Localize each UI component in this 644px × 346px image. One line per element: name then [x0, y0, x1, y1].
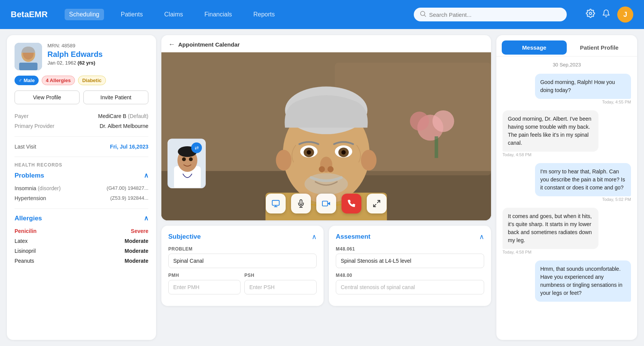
nav-scheduling[interactable]: Scheduling [65, 9, 104, 20]
problem-hypertension: Hypertension (Z53.9) 192844... [15, 193, 148, 203]
assessment-code2-field: M48.00 [336, 273, 484, 299]
svg-point-35 [189, 157, 193, 161]
divider-2 [15, 157, 148, 157]
pip-switch-button[interactable]: ⇄ [191, 142, 202, 153]
nav-reports[interactable]: Reports [249, 9, 279, 20]
payer-value: MediCare B (Default) [98, 113, 149, 119]
video-controls [266, 194, 387, 213]
problem-input[interactable] [168, 254, 317, 268]
fullscreen-button[interactable] [367, 194, 387, 213]
back-bar[interactable]: ← Appointment Calendar [161, 35, 491, 52]
message-2-container: Good morning, Dr. Albert. I've been havi… [503, 110, 616, 159]
nav-claims[interactable]: Claims [160, 9, 188, 20]
tab-patient-profile[interactable]: Patient Profile [567, 40, 632, 56]
chat-messages: Good morning, Ralph! How you doing today… [496, 71, 637, 340]
problem-insomnia: Insomnia (disorder) (G47.00) 194827... [15, 183, 148, 193]
patient-header: MRN: 48589 Ralph Edwards Jan 02, 1962 (6… [15, 43, 148, 70]
divider-3 [15, 209, 148, 209]
allergy-lisinopril: Lisinopril Moderate [15, 246, 148, 256]
invite-patient-button[interactable]: Invite Patient [83, 91, 148, 104]
subjective-header: Subjective ∧ [168, 233, 317, 241]
code1-input[interactable] [336, 254, 484, 268]
search-input[interactable] [429, 11, 561, 18]
problem-label: Problem [168, 246, 317, 252]
message-5-container: Hmm, that sounds uncomfortable. Have you… [518, 260, 631, 302]
allergy-latex: Latex Moderate [15, 236, 148, 246]
svg-point-2 [589, 12, 592, 15]
svg-point-24 [307, 150, 311, 154]
svg-line-44 [374, 204, 376, 207]
allergy-name-peanuts: Peanuts [15, 258, 34, 264]
nav-patients[interactable]: Patients [116, 9, 148, 20]
allergies-list: Penicilin Severe Latex Moderate Lisinopr… [15, 226, 148, 266]
patient-avatar-image [15, 43, 42, 70]
video-card: ← Appointment Calendar [161, 35, 491, 220]
svg-point-25 [342, 150, 346, 154]
patient-dob: Jan 02, 1962 (62 yrs) [47, 60, 148, 66]
health-records-header: HEALTH RECORDS [15, 162, 148, 168]
last-visit-value: Fri, Jul 16,2023 [110, 144, 148, 150]
message-4: It comes and goes, but when it hits, it'… [503, 208, 598, 249]
tab-message[interactable]: Message [502, 40, 567, 55]
last-visit-label: Last Visit [15, 144, 36, 150]
video-container: ⇄ [161, 52, 491, 220]
mute-button[interactable] [291, 194, 311, 213]
pmh-psh-row: PMH PSH [168, 273, 317, 299]
pip-video: ⇄ [168, 139, 206, 188]
patient-badges: ♂ Male 4 Allergies Diabetic [15, 76, 148, 85]
gender-icon: ♂ [18, 78, 22, 83]
center-panel: ← Appointment Calendar [161, 35, 491, 340]
message-1-container: Good morning, Ralph! How you doing today… [518, 74, 631, 107]
soap-row: Subjective ∧ Problem PMH PSH [161, 226, 491, 306]
pmh-input[interactable] [168, 280, 241, 294]
svg-marker-41 [328, 202, 330, 205]
end-call-button[interactable] [342, 194, 361, 213]
svg-point-34 [182, 157, 186, 161]
last-visit-row: Last Visit Fri, Jul 16,2023 [15, 142, 148, 151]
message-2-time: Today, 4:58 PM [503, 152, 532, 159]
nav-financials[interactable]: Financials [200, 9, 236, 20]
patient-info: MRN: 48589 Ralph Edwards Jan 02, 1962 (6… [47, 43, 148, 66]
problems-title: Problems [15, 172, 44, 179]
allergy-severity-latex: Moderate [125, 238, 148, 244]
pmh-field: PMH [168, 273, 241, 299]
search-bar [414, 8, 567, 21]
code2-input[interactable] [336, 280, 484, 294]
patient-name: Ralph Edwards [47, 50, 148, 59]
chat-date: 30 Sep,2023 [496, 57, 637, 71]
psh-field: PSH [244, 273, 317, 299]
problems-collapsible[interactable]: Problems ∧ [15, 171, 148, 179]
assessment-card: Assesment ∧ M48.061 M48.00 [329, 226, 491, 306]
problems-list: Insomnia (disorder) (G47.00) 194827... H… [15, 183, 148, 203]
allergy-severity-penicilin: Severe [131, 228, 148, 234]
app-logo: BetaEMR [11, 10, 48, 19]
user-avatar[interactable]: J [617, 6, 633, 23]
problem-name-hypertension: Hypertension [15, 195, 46, 201]
allergy-name-latex: Latex [15, 238, 28, 244]
svg-point-19 [361, 150, 377, 170]
allergy-name-penicilin: Penicilin [15, 228, 37, 234]
settings-icon[interactable] [586, 9, 595, 20]
subjective-title: Subjective [168, 233, 201, 241]
assessment-title: Assesment [336, 233, 371, 241]
assessment-collapse-icon[interactable]: ∧ [479, 233, 484, 241]
subjective-collapse-icon[interactable]: ∧ [312, 233, 317, 241]
screen-share-button[interactable] [266, 194, 286, 213]
message-4-container: It comes and goes, but when it hits, it'… [503, 208, 616, 257]
video-toggle-button[interactable] [316, 194, 336, 213]
back-arrow-icon: ← [168, 40, 175, 49]
problem-details-hypertension: (Z53.9) 192844... [110, 195, 148, 201]
left-panel: MRN: 48589 Ralph Edwards Jan 02, 1962 (6… [7, 35, 156, 340]
search-icon [420, 11, 426, 18]
view-profile-button[interactable]: View Profile [15, 91, 80, 104]
message-4-time: Today, 4:58 PM [503, 249, 532, 257]
patient-mrn: MRN: 48589 [47, 43, 148, 49]
bell-icon[interactable] [602, 9, 610, 20]
psh-input[interactable] [244, 280, 317, 294]
svg-line-43 [377, 200, 380, 203]
allergies-collapsible[interactable]: Allergies ∧ [15, 214, 148, 222]
right-panel: Message Patient Profile 30 Sep,2023 Good… [496, 35, 637, 340]
svg-rect-42 [322, 201, 328, 206]
navbar: BetaEMR Scheduling Patients Claims Finan… [0, 0, 644, 29]
message-1: Good morning, Ralph! How you doing today… [535, 74, 631, 99]
